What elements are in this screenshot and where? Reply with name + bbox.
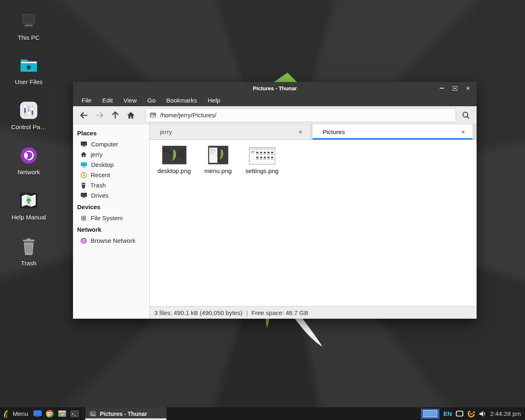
display-tray-icon[interactable] xyxy=(456,411,463,417)
sidebar-item-computer[interactable]: Computer xyxy=(73,139,149,149)
update-manager-icon[interactable] xyxy=(467,410,475,418)
close-button[interactable]: ✕ xyxy=(463,83,473,93)
desktop-icon-help-manual[interactable]: Help Manual xyxy=(2,190,55,221)
sidebar-item-recent[interactable]: Recent xyxy=(73,170,149,180)
status-bar: 3 files: 490.1 kB (490,050 bytes) | Free… xyxy=(150,306,477,319)
desktop-icon-network[interactable]: Network xyxy=(2,145,55,176)
sidebar: Places Computer jerry Desktop Recent Tra… xyxy=(73,124,150,319)
taskbar-task-pictures-thunar[interactable]: Pictures - Thunar xyxy=(85,407,167,420)
menu-help[interactable]: Help xyxy=(208,97,220,104)
status-free-space: Free space: 46.7 GB xyxy=(251,309,308,316)
search-button[interactable] xyxy=(458,108,474,123)
tab-pictures[interactable]: Pictures ✕ xyxy=(313,124,473,139)
menu-file[interactable]: File xyxy=(82,97,91,104)
tab-bar: jerry ✕ Pictures ✕ xyxy=(150,124,477,140)
file-system-drive-icon xyxy=(80,215,87,221)
task-button-title: Pictures - Thunar xyxy=(100,411,147,417)
volume-icon[interactable] xyxy=(479,411,486,417)
help-manual-map-icon xyxy=(2,190,55,211)
menu-button[interactable]: Menu xyxy=(0,407,32,420)
back-arrow-icon xyxy=(80,112,88,119)
drives-icon xyxy=(80,192,87,199)
desktop-icon-this-pc[interactable]: This PC xyxy=(2,10,55,41)
window-title: Pictures - Thunar xyxy=(253,85,297,91)
sidebar-item-browse-network[interactable]: Browse Network xyxy=(73,235,149,246)
image-mimetype-icon xyxy=(150,112,156,118)
desktop-icon-label: Help Manual xyxy=(2,214,55,221)
file-view[interactable]: desktop.png menu.png settings.png xyxy=(150,140,477,306)
file-name: settings.png xyxy=(242,167,282,174)
forward-arrow-icon xyxy=(96,112,104,119)
window-titlebar[interactable]: Pictures - Thunar ✕ xyxy=(73,82,477,94)
browse-network-globe-icon xyxy=(80,237,87,244)
keyboard-layout-indicator[interactable]: EN xyxy=(443,410,452,417)
forward-button[interactable] xyxy=(93,108,107,122)
archive-icon xyxy=(58,410,66,417)
desktop-icon-label: This PC xyxy=(2,34,55,41)
menu-go[interactable]: Go xyxy=(147,97,155,104)
minimize-button[interactable] xyxy=(436,83,447,93)
thunar-task-icon xyxy=(89,411,96,417)
tab-close-icon[interactable]: ✕ xyxy=(459,128,467,137)
sidebar-header-devices: Devices xyxy=(73,201,149,213)
desktop-icon-control-panel[interactable]: Control Pa… xyxy=(2,100,55,130)
chrome-icon xyxy=(46,410,54,418)
thunar-window: Pictures - Thunar ✕ File Edit View Go Bo… xyxy=(73,82,477,319)
clock[interactable]: 2:44:28 pm xyxy=(490,410,521,417)
menu-edit[interactable]: Edit xyxy=(102,97,113,104)
network-globe-icon xyxy=(2,145,55,166)
file-name: desktop.png xyxy=(154,167,194,174)
archive-manager-launcher[interactable] xyxy=(56,407,68,420)
desktop-icon-label: Control Pa… xyxy=(2,123,55,130)
path-bar[interactable]: /home/jerry/Pictures/ xyxy=(145,108,456,122)
chrome-launcher[interactable] xyxy=(44,407,56,420)
file-settings-png[interactable]: settings.png xyxy=(242,145,282,174)
menu-button-label: Menu xyxy=(13,410,28,417)
search-icon xyxy=(461,111,470,120)
desktop-icon-label: Trash xyxy=(2,260,55,267)
file-menu-png[interactable]: menu.png xyxy=(198,145,238,174)
sidebar-item-desktop[interactable]: Desktop xyxy=(73,160,149,170)
close-icon: ✕ xyxy=(466,86,470,91)
trash-can-icon xyxy=(2,236,55,257)
up-arrow-icon xyxy=(112,111,119,119)
control-panel-sliders-icon xyxy=(2,100,55,121)
tab-close-icon[interactable]: ✕ xyxy=(297,128,304,137)
status-files-text: 3 files: 490.1 kB (490,050 bytes) xyxy=(154,309,242,316)
path-text: /home/jerry/Pictures/ xyxy=(160,112,217,119)
file-manager-launcher[interactable] xyxy=(32,407,44,420)
toolbar: /home/jerry/Pictures/ xyxy=(73,106,477,124)
desktop-icon-label: User Files xyxy=(2,78,55,85)
menubar: File Edit View Go Bookmarks Help xyxy=(73,94,477,106)
panel-separator xyxy=(83,409,83,418)
sidebar-item-file-system[interactable]: File System xyxy=(73,213,149,223)
tab-jerry[interactable]: jerry ✕ xyxy=(150,124,310,139)
file-manager-icon xyxy=(33,410,42,417)
home-icon xyxy=(127,112,135,119)
minimize-icon xyxy=(440,88,444,89)
sidebar-item-drives[interactable]: Drives xyxy=(73,190,149,201)
distro-logo-icon xyxy=(3,409,10,418)
desktop-icon-label: Network xyxy=(2,169,55,176)
content-pane: jerry ✕ Pictures ✕ desktop.png xyxy=(150,124,477,319)
computer-icon xyxy=(80,141,87,147)
home-icon xyxy=(80,151,87,158)
sidebar-item-trash[interactable]: Trash xyxy=(73,180,149,190)
maximize-button[interactable] xyxy=(450,83,460,93)
menu-bookmarks[interactable]: Bookmarks xyxy=(166,97,197,104)
file-name: menu.png xyxy=(198,167,238,174)
sidebar-item-home-jerry[interactable]: jerry xyxy=(73,149,149,160)
workspace-1 xyxy=(423,410,437,417)
desktop-icon-user-files[interactable]: User Files xyxy=(2,55,55,85)
terminal-launcher[interactable]: >_ xyxy=(68,407,81,420)
trash-icon xyxy=(80,182,87,189)
back-button[interactable] xyxy=(77,108,91,122)
workspace-switcher[interactable] xyxy=(421,409,440,419)
home-button[interactable] xyxy=(124,108,138,122)
file-desktop-png[interactable]: desktop.png xyxy=(154,145,194,174)
desktop-icon-trash[interactable]: Trash xyxy=(2,236,55,267)
desktop-icon xyxy=(80,162,87,168)
this-pc-icon xyxy=(2,10,55,32)
menu-view[interactable]: View xyxy=(123,97,137,104)
up-button[interactable] xyxy=(108,108,122,122)
